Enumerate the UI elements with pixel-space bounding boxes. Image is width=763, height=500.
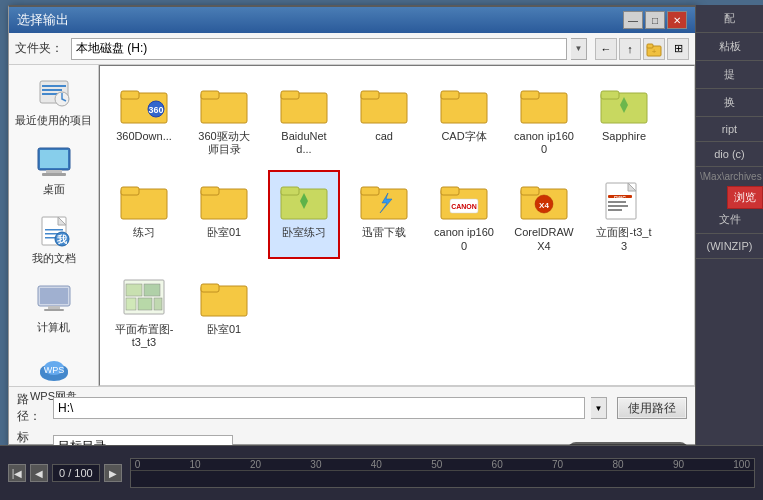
play-back-button[interactable]: |◀ [8, 464, 26, 482]
folder-bedroom01-icon [200, 176, 248, 224]
address-dropdown[interactable]: ▼ [571, 38, 587, 60]
file-item-sapphire[interactable]: Sapphire [588, 74, 660, 162]
svg-rect-20 [40, 288, 68, 304]
rp-button-file[interactable]: 文件 [696, 206, 763, 234]
svg-rect-50 [281, 187, 299, 195]
svg-rect-75 [154, 298, 162, 310]
toolbar-folder-label: 文件夹： [15, 40, 63, 57]
sidebar-item-documents[interactable]: 我 我的文档 [14, 213, 94, 266]
svg-text:X4: X4 [539, 201, 549, 210]
computer-icon [36, 282, 72, 318]
file-item-baidu[interactable]: BaiduNetd... [268, 74, 340, 162]
file-label: 平面布置图-t3_t3 [114, 323, 174, 349]
file-label: canon ip1600 [434, 226, 494, 252]
sidebar-item-recent[interactable]: 最近使用的项目 [14, 75, 94, 128]
svg-rect-73 [126, 298, 136, 310]
file-item-bedroom01b[interactable]: 卧室01 [188, 267, 260, 355]
sidebar-item-computer[interactable]: 计算机 [14, 282, 94, 335]
use-path-button[interactable]: 使用路径 [617, 397, 687, 419]
file-item-bedroom01[interactable]: 卧室01 [188, 170, 260, 258]
back-button[interactable]: ← [595, 38, 617, 60]
rp-button-1[interactable]: 配 [696, 5, 763, 33]
folder-sapphire-icon [600, 80, 648, 128]
folder-360driver-icon [200, 80, 248, 128]
up-button[interactable]: ↑ [619, 38, 641, 60]
file-label: 卧室01 [207, 323, 241, 336]
sidebar-desktop-label: 桌面 [43, 182, 65, 197]
file-label-sapphire: Sapphire [602, 130, 646, 143]
file-label: CAD字体 [441, 130, 486, 143]
svg-rect-9 [40, 150, 68, 168]
file-item-practice[interactable]: 练习 [108, 170, 180, 258]
file-item-coreldraw[interactable]: X4 CorelDRAW X4 [508, 170, 580, 258]
step-back-button[interactable]: ◀ [30, 464, 48, 482]
rp-button-audio[interactable]: dio (c) [696, 142, 763, 167]
file-label: 立面图-t3_t3 [594, 226, 654, 252]
rp-button-clipboard[interactable]: 粘板 [696, 33, 763, 61]
maximize-button[interactable]: □ [645, 11, 665, 29]
svg-rect-53 [361, 187, 379, 195]
rp-button-2[interactable]: 提 [696, 61, 763, 89]
cloud-icon: WPS [36, 351, 72, 387]
svg-text:360: 360 [148, 105, 163, 115]
svg-rect-56 [441, 187, 459, 195]
svg-rect-39 [441, 91, 459, 99]
file-item-thunder[interactable]: 迅雷下载 [348, 170, 420, 258]
desktop-icon [36, 144, 72, 180]
svg-rect-22 [44, 309, 64, 311]
folder-360down-icon: 360 [120, 80, 168, 128]
close-button[interactable]: ✕ [667, 11, 687, 29]
folder-canon2-icon: CANON [440, 176, 488, 224]
file-label: BaiduNetd... [274, 130, 334, 156]
timeline: |◀ ◀ 0 / 100 ▶ 0 10 20 30 40 50 60 70 80… [0, 445, 763, 500]
folder-cad-icon [360, 80, 408, 128]
file-item-cad[interactable]: cad [348, 74, 420, 162]
svg-rect-35 [281, 91, 299, 99]
file-label: 迅雷下载 [362, 226, 406, 239]
folder-canon1-icon [520, 80, 568, 128]
path-label: 路径： [17, 391, 47, 425]
timeline-counter: 0 / 100 [52, 464, 100, 482]
sidebar-recent-label: 最近使用的项目 [15, 113, 92, 128]
folder-bedroom01b-icon [200, 273, 248, 321]
minimize-button[interactable]: — [623, 11, 643, 29]
file-item-立面图[interactable]: DWG 立面图-t3_t3 [588, 170, 660, 258]
file-label: cad [375, 130, 393, 143]
path-dropdown[interactable]: ▼ [591, 397, 607, 419]
file-item-canon1[interactable]: canon ip1600 [508, 74, 580, 162]
file-label: 卧室练习 [282, 226, 326, 239]
path-input[interactable] [53, 397, 585, 419]
folder-thunder-icon [360, 176, 408, 224]
browse-button[interactable]: 浏览 [727, 186, 763, 209]
file-label: 练习 [133, 226, 155, 239]
svg-rect-21 [48, 306, 60, 309]
svg-rect-14 [45, 229, 63, 231]
file-item-cadfont[interactable]: CAD字体 [428, 74, 500, 162]
toolbar: 文件夹： 本地磁盘 (H:) ▼ ← ↑ + ⊞ [9, 33, 695, 65]
address-bar[interactable]: 本地磁盘 (H:) [71, 38, 567, 60]
right-panel: 配 粘板 提 换 ript dio (c) \Max\archives 浏览 文… [695, 5, 763, 445]
svg-rect-69 [608, 209, 622, 211]
sidebar-computer-label: 计算机 [37, 320, 70, 335]
timeline-track[interactable]: 0 10 20 30 40 50 60 70 80 90 100 [130, 458, 755, 488]
svg-rect-29 [121, 91, 139, 99]
svg-rect-41 [521, 91, 539, 99]
rp-button-3[interactable]: 换 [696, 89, 763, 117]
step-forward-button[interactable]: ▶ [104, 464, 122, 482]
file-item-360driver[interactable]: 360驱动大师目录 [188, 74, 260, 162]
svg-rect-77 [201, 284, 219, 292]
file-item-canon2[interactable]: CANON canon ip1600 [428, 170, 500, 258]
rp-button-winzip[interactable]: (WINZIP) [696, 234, 763, 259]
new-folder-button[interactable]: + [643, 38, 665, 60]
svg-rect-6 [42, 93, 58, 95]
sidebar-item-desktop[interactable]: 桌面 [14, 144, 94, 197]
rp-button-script[interactable]: ript [696, 117, 763, 142]
timeline-ruler: 0 10 20 30 40 50 60 70 80 90 100 [131, 459, 754, 471]
file-item-360down[interactable]: 360 360Down... [108, 74, 180, 162]
view-button[interactable]: ⊞ [667, 38, 689, 60]
file-item-平面布置图[interactable]: 平面布置图-t3_t3 [108, 267, 180, 355]
svg-rect-72 [144, 284, 160, 296]
folder-coreldraw-icon: X4 [520, 176, 568, 224]
svg-rect-43 [601, 91, 619, 99]
file-item-bedroom-practice[interactable]: 卧室练习 [268, 170, 340, 258]
